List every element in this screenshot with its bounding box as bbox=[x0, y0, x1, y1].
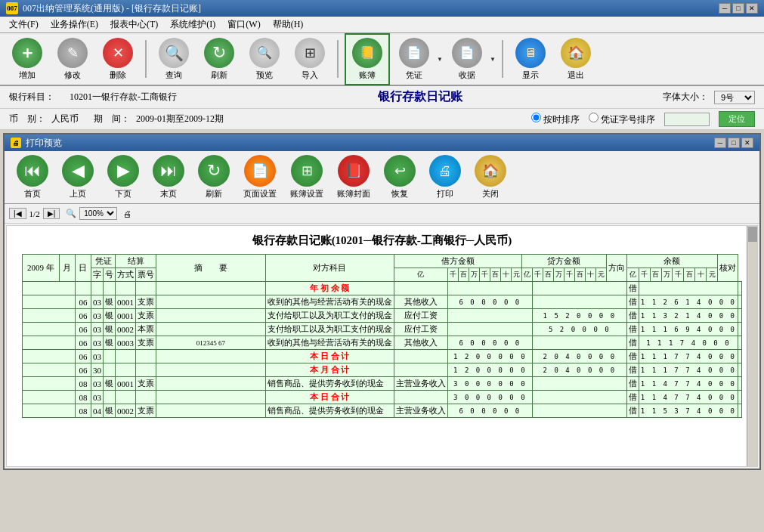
voucher-button[interactable]: 📄 凭证 bbox=[393, 35, 435, 84]
menu-reports[interactable]: 报表中心(T) bbox=[104, 17, 164, 32]
row-summary: 支付给职工以及为职工支付的现金 bbox=[265, 309, 394, 323]
maximize-button[interactable]: □ bbox=[732, 3, 744, 14]
period-label: 期 间： bbox=[94, 113, 130, 125]
prev-page-button[interactable]: ◀ 上页 bbox=[56, 152, 100, 203]
sort-by-voucher-radio[interactable] bbox=[589, 113, 599, 122]
menu-system[interactable]: 系统维护(I) bbox=[164, 17, 221, 32]
ledger-header-row-1: 2009 年 月 日 凭证 结算 摘 要 对方科目 借方金额 贷方金额 方向 余… bbox=[23, 255, 742, 268]
col-check-header: 核对 bbox=[717, 255, 738, 282]
ledger-content-area[interactable]: 银行存款日记账(10201─银行存款-工商银行─人民币) 2009 年 月 日 … bbox=[6, 225, 758, 467]
row-method: 支票 bbox=[136, 377, 156, 391]
toolbar-separator-1 bbox=[145, 40, 147, 78]
receipt-label: 收据 bbox=[459, 70, 475, 81]
row-check bbox=[738, 309, 742, 323]
total-ticketno bbox=[156, 350, 266, 363]
row-debit: 6 0 0 0 0 0 bbox=[447, 336, 532, 350]
locate-input[interactable] bbox=[664, 113, 710, 126]
row-debit bbox=[447, 309, 532, 323]
info-row2: 币 别： 人民币 期 间： 2009-01期至2009-12期 按时排序 凭证字… bbox=[0, 109, 764, 130]
edit-button[interactable]: ✎ 修改 bbox=[51, 35, 94, 84]
menu-window[interactable]: 窗口(W) bbox=[221, 17, 266, 32]
row-account: 主营业务收入 bbox=[394, 404, 447, 418]
page-setting-icon: 📄 bbox=[244, 155, 276, 187]
close-preview-icon: 🏠 bbox=[475, 155, 506, 187]
print-minimize-button[interactable]: ─ bbox=[714, 138, 726, 148]
menu-operations[interactable]: 业务操作(E) bbox=[45, 17, 104, 32]
opening-vnum bbox=[116, 282, 136, 295]
receipt-icon: 📄 bbox=[452, 38, 482, 68]
total-account bbox=[394, 363, 447, 377]
last-page-button[interactable]: ⏭ 末页 bbox=[147, 152, 190, 203]
page-setting-button[interactable]: 📄 页面设置 bbox=[237, 152, 283, 203]
add-label: 增加 bbox=[19, 70, 36, 81]
menu-file[interactable]: 文件(F) bbox=[3, 17, 45, 32]
print-close-button[interactable]: ✕ bbox=[741, 138, 753, 148]
nav-last-btn[interactable]: ▶| bbox=[43, 208, 60, 219]
row-vtype: 银 bbox=[104, 309, 116, 323]
minimize-button[interactable]: ─ bbox=[719, 3, 731, 14]
col-d5: 千 bbox=[479, 268, 490, 282]
row-method: 支票 bbox=[136, 309, 156, 323]
close-button[interactable]: ✕ bbox=[746, 3, 758, 14]
total-dir: 借 bbox=[626, 363, 639, 377]
menu-help[interactable]: 帮助(H) bbox=[267, 17, 310, 32]
sort-by-time-radio[interactable] bbox=[531, 113, 541, 122]
row-vtype: 银 bbox=[104, 377, 116, 391]
row-balance: 1 1 2 6 1 4 0 0 0 bbox=[639, 295, 738, 309]
last-page-label: 末页 bbox=[160, 188, 177, 200]
locate-button[interactable]: 定位 bbox=[719, 111, 755, 127]
table-row: 06 03 银 0001 支票 支付给职工以及为职工支付的现金 应付工资 1 5… bbox=[23, 309, 742, 323]
delete-button[interactable]: ✕ 删除 bbox=[97, 35, 139, 84]
add-button[interactable]: ＋ 增加 bbox=[6, 35, 48, 84]
scrollbar-thumb[interactable] bbox=[748, 227, 757, 242]
first-page-button[interactable]: ⏮ 首页 bbox=[11, 152, 54, 203]
font-size-select[interactable]: 9号 10号 12号 bbox=[714, 91, 755, 104]
app-icon: 007 bbox=[6, 2, 18, 14]
total-debit: 3 0 0 0 0 0 0 bbox=[447, 391, 532, 404]
nav-first-btn[interactable]: |◀ bbox=[9, 208, 26, 219]
page-title: 银行存款日记账 bbox=[192, 89, 648, 105]
zoom-select[interactable]: 100%75%50% bbox=[79, 207, 117, 220]
col-dir-header: 方向 bbox=[606, 255, 626, 282]
exit-button[interactable]: 🏠 退出 bbox=[555, 35, 597, 84]
first-page-label: 首页 bbox=[24, 188, 41, 200]
display-button[interactable]: 🖥 显示 bbox=[509, 35, 552, 84]
cover-button[interactable]: 📕 账簿封面 bbox=[331, 152, 376, 203]
vertical-scrollbar[interactable] bbox=[747, 226, 757, 466]
restore-button[interactable]: ↩ 恢复 bbox=[378, 152, 422, 203]
preview-button[interactable]: 🔍 预览 bbox=[243, 35, 286, 84]
opening-ticketno bbox=[156, 282, 266, 295]
row-ticketno bbox=[156, 323, 266, 336]
ledger-setting-button[interactable]: ⊞ 账簿设置 bbox=[284, 152, 329, 203]
col-d8: 元 bbox=[511, 268, 521, 282]
print-button[interactable]: 🖨 打印 bbox=[423, 152, 467, 203]
sort-by-time-label[interactable]: 按时排序 bbox=[531, 113, 580, 126]
close-preview-button[interactable]: 🏠 关闭 bbox=[469, 152, 512, 203]
opening-year bbox=[23, 282, 76, 295]
receipt-button[interactable]: 📄 收据 bbox=[446, 35, 488, 84]
nav-bar: |◀ 1/2 ▶| 🔍 100%75%50% 🖨 bbox=[5, 204, 759, 224]
display-label: 显示 bbox=[522, 70, 539, 81]
first-page-icon: ⏮ bbox=[17, 155, 48, 187]
sort-by-voucher-label[interactable]: 凭证字号排序 bbox=[589, 113, 655, 126]
print-maximize-button[interactable]: □ bbox=[728, 138, 740, 148]
ledger-container: 银行存款日记账(10201─银行存款-工商银行─人民币) 2009 年 月 日 … bbox=[7, 226, 757, 425]
row-credit bbox=[532, 377, 626, 391]
col-day-header: 日 bbox=[75, 255, 91, 282]
next-page-button[interactable]: ▶ 下页 bbox=[101, 152, 145, 203]
refresh-button[interactable]: ↻ 刷新 bbox=[198, 35, 240, 84]
row-month: 06 bbox=[75, 295, 91, 309]
voucher-dropdown-arrow[interactable]: ▼ bbox=[437, 56, 443, 63]
ledger-button[interactable]: 📒 账簿 bbox=[345, 33, 390, 85]
row-balance: 1 1 1 7 4 0 0 0 bbox=[639, 336, 738, 350]
row-day: 03 bbox=[91, 309, 104, 323]
row-vnum: 0001 bbox=[116, 309, 136, 323]
opening-check bbox=[738, 282, 742, 295]
search-button[interactable]: 🔍 查询 bbox=[153, 35, 195, 84]
row-debit: 6 0 0 0 0 0 bbox=[447, 295, 532, 309]
print-refresh-button[interactable]: ↻ 刷新 bbox=[192, 152, 236, 203]
import-button[interactable]: ⊞ 导入 bbox=[289, 35, 331, 84]
table-row: 08 04 银 0002 支票 销售商品、提供劳务收到的现金 主营业务收入 6 … bbox=[23, 404, 742, 418]
col-d7: 十 bbox=[500, 268, 511, 282]
receipt-dropdown-arrow[interactable]: ▼ bbox=[490, 56, 496, 63]
